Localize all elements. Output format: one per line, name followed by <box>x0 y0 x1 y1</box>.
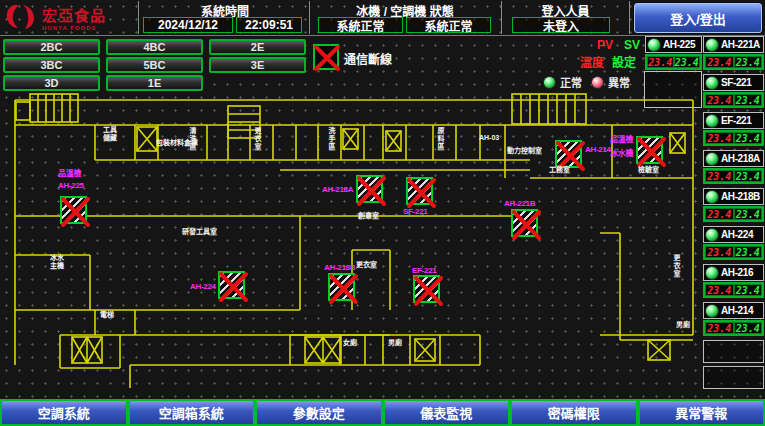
equip-tag: AH-224 <box>190 282 216 291</box>
equip-tag: 品溫檢 <box>58 167 81 178</box>
pv-label: 溫度 <box>580 53 604 70</box>
unit-values-ah-218a: 23.4 23.4 <box>703 168 764 184</box>
unit-name: EF-221 <box>721 115 751 126</box>
hunya-logo-icon <box>4 2 38 32</box>
sv-value: 23.4 <box>734 246 763 258</box>
sv-value: 23.4 <box>734 170 763 182</box>
unit-status-led <box>705 228 719 242</box>
header-divider <box>309 1 310 34</box>
brand-text: 宏亞食品 HUNYA FOODS <box>42 4 106 31</box>
unit-status-led <box>705 114 719 128</box>
equipment-icon-ah-224[interactable] <box>218 271 245 299</box>
equip-tag: 品溫檢 <box>610 133 633 144</box>
room-label: 檢驗室 <box>638 166 659 174</box>
header-divider <box>629 1 630 34</box>
unit-status-led <box>647 38 661 52</box>
equipment-icon-ef-221[interactable] <box>413 275 440 303</box>
abnormal-led-icon <box>591 76 604 89</box>
unit-values-ah-221a: 23.4 23.4 <box>703 54 764 70</box>
login-logout-button[interactable]: 登入/登出 <box>634 3 762 33</box>
floor-button-4bc[interactable]: 4BC <box>106 39 203 55</box>
comm-loss-label: 通信斷線 <box>344 50 392 67</box>
unit-row-ah-216[interactable]: AH-216 <box>703 264 764 281</box>
unit-values-ah-225: 23.4 23.4 <box>645 54 702 70</box>
unit-status-led <box>705 76 719 90</box>
room-label: 洗手區 <box>327 127 335 159</box>
room-label: 更衣室 <box>672 254 680 288</box>
unit-row-ah-218a[interactable]: AH-218A <box>703 150 764 167</box>
floor-button-3bc[interactable]: 3BC <box>3 57 100 73</box>
system-date-value: 2024/12/12 <box>143 17 233 33</box>
unit-values-ah-216: 23.4 23.4 <box>703 282 764 298</box>
nav-button-meter-monitor[interactable]: 儀表監視 <box>383 399 511 426</box>
unit-values-ah-214: 23.4 23.4 <box>703 320 764 336</box>
equip-tag: AH-218B <box>324 263 355 272</box>
pv-value: 23.4 <box>705 56 734 68</box>
pv-value: 23.4 <box>647 56 674 68</box>
nav-button-ac-system[interactable]: 空調系統 <box>0 399 128 426</box>
unit-values-ef-221: 23.4 23.4 <box>703 130 764 146</box>
bottom-nav: 空調系統 空調箱系統 參數設定 儀表監視 密碼權限 異常警報 <box>0 399 765 426</box>
unit-values-ah-224: 23.4 23.4 <box>703 244 764 260</box>
header-divider <box>138 1 139 34</box>
unit-row-ah-225[interactable]: AH-225 <box>645 36 702 53</box>
unit-row-ah-221a[interactable]: AH-221A <box>703 36 764 53</box>
room-label: 工具儲藏 <box>103 126 119 142</box>
sv-value: 23.4 <box>734 56 763 68</box>
sv-value: 23.4 <box>734 94 763 106</box>
room-label: 更衣室 <box>253 127 261 159</box>
pv-value: 23.4 <box>705 94 734 106</box>
room-label: 電梯 <box>100 311 114 319</box>
header-bar: 宏亞食品 HUNYA FOODS 系統時間 2024/12/12 22:09:5… <box>0 0 765 36</box>
unit-status-led <box>705 266 719 280</box>
sv-value: 23.4 <box>674 56 701 68</box>
equip-tag: AH-218A <box>322 185 353 194</box>
nav-button-alarm[interactable]: 異常警報 <box>638 399 765 426</box>
pv-value: 23.4 <box>705 132 734 144</box>
pv-value: 23.4 <box>705 246 734 258</box>
unit-status-led <box>705 304 719 318</box>
comm-loss-icon <box>313 44 339 70</box>
room-label: 冰水主機 <box>50 254 66 270</box>
nav-button-password-auth[interactable]: 密碼權限 <box>510 399 638 426</box>
sv-value: 23.4 <box>734 284 763 296</box>
room-label: AH-03 <box>479 134 499 142</box>
equip-tag: AH-221B <box>504 199 535 208</box>
equip-tag: AH-214 <box>585 145 611 154</box>
unit-name: AH-225 <box>663 39 695 50</box>
floor-button-2e[interactable]: 2E <box>209 39 306 55</box>
unit-row-ah-218b[interactable]: AH-218B <box>703 188 764 205</box>
empty-panel-box <box>703 340 764 363</box>
hmi-screen: 宏亞食品 HUNYA FOODS 系統時間 2024/12/12 22:09:5… <box>0 0 765 426</box>
equipment-icon-ah-221a[interactable] <box>636 136 663 164</box>
unit-row-ah-224[interactable]: AH-224 <box>703 226 764 243</box>
room-label: 工務室 <box>549 166 570 174</box>
unit-row-sf-221[interactable]: SF-221 <box>703 74 764 91</box>
equipment-icon-sf-221[interactable] <box>406 177 433 205</box>
room-label: 動力控制室 <box>507 147 542 155</box>
equipment-icon-ah-218a[interactable] <box>356 175 383 203</box>
brand-name-en: HUNYA FOODS <box>42 25 106 31</box>
sv-label: 設定 <box>612 53 636 70</box>
nav-button-ahu-system[interactable]: 空調箱系統 <box>128 399 256 426</box>
room-label: 研發工具室 <box>182 228 217 236</box>
unit-status-led <box>705 152 719 166</box>
unit-name: AH-216 <box>721 267 753 278</box>
equipment-icon-ah-218b[interactable] <box>328 273 355 301</box>
equip-tag: AH-225 <box>58 181 84 190</box>
equipment-icon-ah-214[interactable] <box>555 140 582 168</box>
ac-status-value: 系統正常 <box>406 17 491 33</box>
unit-status-led <box>705 38 719 52</box>
equipment-icon-ah-225[interactable] <box>60 196 87 224</box>
floor-button-3e[interactable]: 3E <box>209 57 306 73</box>
floor-button-2bc[interactable]: 2BC <box>3 39 100 55</box>
unit-row-ah-214[interactable]: AH-214 <box>703 302 764 319</box>
equipment-icon-ah-221b[interactable] <box>511 209 538 237</box>
nav-button-param-settings[interactable]: 參數設定 <box>255 399 383 426</box>
room-label: 更衣室 <box>356 261 377 269</box>
floor-button-5bc[interactable]: 5BC <box>106 57 203 73</box>
room-label: 創意室 <box>358 212 379 220</box>
unit-values-ah-218b: 23.4 23.4 <box>703 206 764 222</box>
unit-row-ef-221[interactable]: EF-221 <box>703 112 764 129</box>
brand-name: 宏亞食品 <box>42 4 106 25</box>
